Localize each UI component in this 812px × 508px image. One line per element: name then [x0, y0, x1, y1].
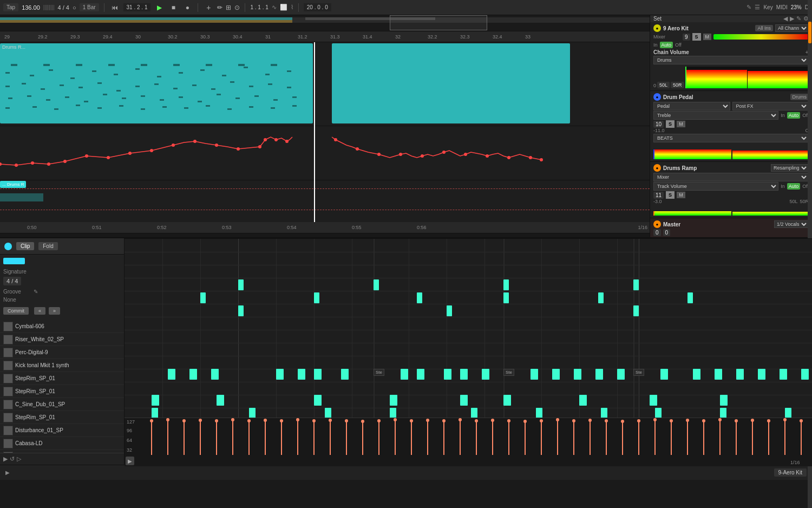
add-button[interactable]: + [203, 3, 214, 12]
clip-tab-fold[interactable]: Fold [38, 242, 57, 250]
track-auto-2[interactable]: Auto [787, 112, 801, 119]
drum-pad-perc[interactable] [3, 348, 13, 357]
track-solo-3[interactable]: S [666, 191, 675, 199]
note-steprim1-4[interactable] [503, 292, 509, 303]
track-solo-2[interactable]: S [666, 120, 675, 128]
note-underwater-17[interactable] [617, 369, 625, 380]
note-underwater-20[interactable] [715, 369, 722, 380]
stop-button[interactable]: ■ [168, 3, 179, 12]
note-underwater-18[interactable] [660, 369, 668, 380]
note-perc-2[interactable] [217, 395, 224, 406]
note-underwater-8[interactable] [401, 369, 408, 380]
groove-edit-icon[interactable]: ✎ [34, 289, 38, 295]
note-underwater-14[interactable] [552, 369, 560, 380]
clip-color-swatch[interactable] [3, 258, 25, 264]
note-underwater-1[interactable] [168, 369, 175, 380]
note-kick-3[interactable] [503, 279, 509, 290]
drum-pad-steprim1[interactable] [3, 374, 13, 383]
track-sub-select-2b[interactable]: Post FX [732, 102, 809, 110]
next-button[interactable]: » [49, 307, 60, 315]
track-mute-2[interactable]: M [677, 121, 685, 127]
note-cabasa-9[interactable] [720, 408, 726, 418]
track-power-btn-1[interactable]: ● [653, 24, 661, 32]
note-underwater-6[interactable] [314, 369, 322, 380]
bpm-display[interactable]: 136.00 [22, 4, 40, 11]
track-mute-1[interactable]: M [703, 34, 712, 40]
key-label[interactable]: Key [763, 4, 772, 10]
commit-button[interactable]: Commit [3, 307, 29, 315]
track-power-btn-3[interactable]: ● [653, 164, 661, 172]
drum-pad-steprim2[interactable] [3, 387, 13, 396]
note-steprim1-1[interactable] [200, 292, 206, 303]
drum-pad-steprim3[interactable] [3, 413, 13, 422]
note-cabasa-10[interactable] [785, 408, 791, 418]
track-pan3-1[interactable]: 50R [671, 82, 684, 88]
note-underwater-12[interactable] [482, 369, 489, 380]
note-cabasa-6[interactable] [536, 408, 542, 418]
note-underwater-9[interactable] [417, 369, 424, 380]
status-play-icon[interactable]: ▶ [5, 470, 10, 476]
note-underwater-3[interactable] [211, 369, 219, 380]
track-trackvol-select[interactable]: Track Volume [653, 182, 778, 191]
track-sub-select-1[interactable]: Drums [653, 56, 809, 64]
note-underwater-19[interactable] [693, 369, 700, 380]
track-auto-3[interactable]: Auto [787, 183, 801, 190]
drum-pad-riser[interactable] [3, 335, 13, 344]
mixer-pencil-icon[interactable]: ✎ [796, 15, 801, 22]
note-underwater-13[interactable] [531, 369, 538, 380]
track-sub-select-2a[interactable]: Pedal [653, 102, 730, 110]
note-steprim1-3[interactable] [417, 292, 422, 303]
play-button[interactable]: ▶ [154, 3, 165, 12]
track-input-1[interactable]: All Ins [755, 25, 773, 31]
note-underwater-10[interactable] [444, 369, 451, 380]
vel-play-btn[interactable]: ▶ [126, 457, 134, 465]
note-kick-2[interactable] [374, 279, 379, 290]
tap-button[interactable]: Tap [3, 3, 18, 11]
note-kick-1[interactable] [238, 279, 244, 290]
note-perc-5[interactable] [460, 395, 468, 406]
note-underwater-7[interactable] [341, 369, 349, 380]
arrangement-ruler[interactable]: 29 29.2 29.3 29.4 30 30.2 30.3 30.4 31 3… [0, 31, 650, 42]
track-auto-1[interactable]: Auto [660, 42, 673, 48]
clip-loop-icon[interactable]: ↺ [10, 455, 15, 463]
clip-block-2[interactable] [332, 43, 570, 123]
note-perc-6[interactable] [503, 395, 511, 406]
note-perc-9[interactable] [720, 395, 728, 406]
track-pan2-1[interactable]: 50L [657, 82, 670, 88]
track-vol2-4[interactable]: 0 [663, 229, 671, 236]
note-steprim1-2[interactable] [314, 292, 319, 303]
track-vol-3[interactable]: 11 [653, 192, 664, 199]
mixer-nav-right[interactable]: ▶ [790, 15, 794, 22]
note-underwater-23[interactable] [780, 369, 787, 380]
track-channel-select-1[interactable]: All Chann [775, 24, 809, 32]
drum-pad-disturbance[interactable] [3, 426, 13, 435]
note-cabasa-3[interactable] [325, 408, 331, 418]
midi-label[interactable]: MIDI [776, 4, 788, 10]
time-sig[interactable]: 4 / 4 [58, 4, 69, 11]
drum-grid[interactable]: Ste Ste Ste Ste [125, 239, 812, 418]
note-steprim2-3[interactable] [633, 305, 639, 316]
note-underwater-11[interactable] [460, 369, 468, 380]
drum-pad-kick[interactable] [3, 361, 13, 370]
note-cabasa-5[interactable] [471, 408, 477, 418]
note-cabasa-7[interactable] [601, 408, 607, 418]
prev-button[interactable]: « [34, 307, 45, 315]
track-off-1[interactable]: Off [675, 42, 682, 48]
clip-scroll-btn[interactable]: ▷ [17, 455, 21, 463]
track-mixer-select[interactable]: Mixer [653, 173, 809, 181]
track-sub-select-2d[interactable]: BEATS [653, 134, 809, 142]
track-vol-2[interactable]: 10 [653, 121, 664, 128]
track-power-btn-4[interactable]: ● [653, 220, 661, 228]
note-cabasa-1[interactable] [152, 408, 158, 418]
timeline-ruler[interactable]: 0:50 0:51 0:52 0:53 0:54 0:55 0:56 1/16 [0, 222, 650, 233]
track-sub-select-2c[interactable]: Treble [653, 111, 778, 120]
note-steprim1-5[interactable] [598, 292, 604, 303]
note-cabasa-4[interactable] [390, 408, 396, 418]
note-underwater-2[interactable] [189, 369, 197, 380]
drum-pad-cabasa1[interactable] [3, 439, 13, 448]
drum-pad-csine[interactable] [3, 400, 13, 409]
sig-val[interactable]: 4 / 4 [3, 277, 21, 285]
track-solo-1[interactable]: S [692, 33, 701, 41]
note-cabasa-8[interactable] [655, 408, 662, 418]
track-resample-select[interactable]: Resampling [771, 164, 809, 172]
